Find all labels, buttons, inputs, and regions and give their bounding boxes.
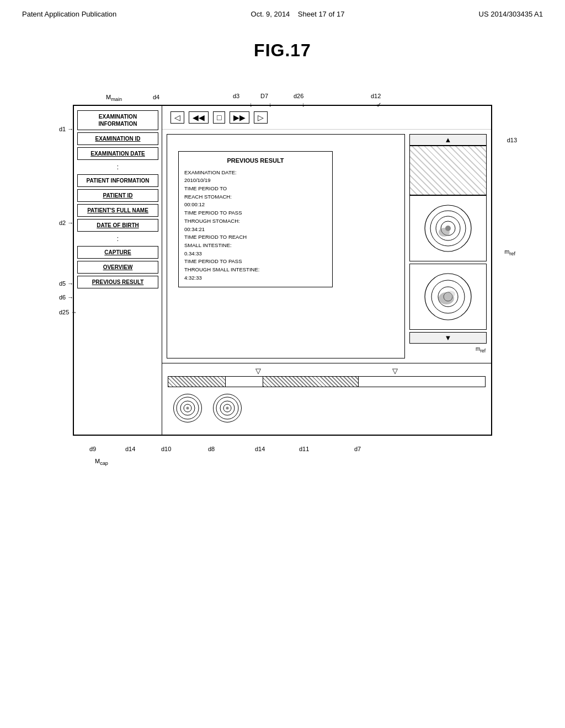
thumbnail-top-hatched: [409, 146, 487, 195]
sidebar-examination-date[interactable]: EXAMINATION DATE: [77, 147, 158, 160]
stop-button[interactable]: □: [213, 111, 225, 124]
capsule-thumb-1: [173, 394, 202, 422]
header-left: Patent Application Publication: [22, 10, 116, 18]
play-forward-button[interactable]: ▷: [254, 111, 268, 124]
label-d13: d13: [507, 137, 517, 143]
capsule-thumb-2: [213, 394, 242, 422]
fast-forward-button[interactable]: ▶▶: [230, 111, 249, 124]
label-d25: d25 →: [59, 309, 77, 315]
timeline-segment-white-1: [225, 377, 263, 387]
arrow-d12-down: ↙: [376, 101, 381, 108]
arrow-d26-down: ↓: [302, 101, 305, 108]
label-d10: d10: [161, 446, 171, 452]
sidebar-patient-id[interactable]: PATIENT ID: [77, 189, 158, 202]
label-d7: d7: [354, 446, 361, 452]
thumbnail-main-svg: [423, 204, 473, 253]
label-mref: mref: [409, 346, 487, 354]
sidebar-dots-1: :: [77, 162, 158, 172]
label-d12: d12: [371, 93, 381, 99]
capsule-thumb-1-svg: [175, 396, 200, 420]
sidebar-capture[interactable]: CAPTURE: [77, 246, 158, 259]
label-mref-outer: mref: [504, 248, 515, 256]
svg-point-26: [226, 407, 229, 410]
timeline-arrow-left: ▽: [255, 367, 261, 375]
timeline-segment-middle-hatched: [263, 377, 358, 387]
label-d9: d9: [89, 446, 96, 452]
rewind-button[interactable]: ◀◀: [189, 111, 209, 124]
timeline-arrow-right: ▽: [392, 367, 398, 375]
timeline-bar[interactable]: [168, 376, 486, 387]
sidebar-patient-info[interactable]: PATIENT INFORMATION: [77, 174, 158, 187]
thumbnail-second: [409, 264, 487, 330]
header-center-date: Oct. 9, 2014 Sheet 17 of 17: [251, 10, 345, 18]
sidebar-previous-result[interactable]: PREVIOUS RESULT: [77, 276, 158, 288]
sidebar-overview[interactable]: OVERVIEW: [77, 261, 158, 274]
diagram-container: Mmain d4 d3 D7 d26 d12 EXAMINATION INFOR…: [0, 77, 565, 507]
diagram-wrapper: Mmain d4 d3 D7 d26 d12 EXAMINATION INFOR…: [45, 77, 520, 507]
play-back-button[interactable]: ◁: [170, 111, 184, 124]
prev-result-content: EXAMINATION DATE: 2010/10/19 TIME PERIOD…: [184, 169, 327, 282]
timeline-segment-white-2: [358, 377, 485, 387]
page-header: Patent Application Publication Oct. 9, 2…: [0, 0, 565, 24]
svg-point-18: [446, 291, 455, 297]
main-content-area: ◁ ◀◀ □ ▶▶ ▷: [162, 106, 491, 435]
prev-result-title: PREVIOUS RESULT: [184, 156, 327, 165]
label-D7: D7: [260, 93, 268, 99]
timeline-segment-left-hatched: [168, 377, 225, 387]
scroll-up-arrow[interactable]: ▲: [409, 134, 487, 146]
main-ui-box: EXAMINATION INFORMATION EXAMINATION ID E…: [73, 105, 492, 436]
label-d6: d6 →: [59, 294, 73, 301]
label-d2: d2 →: [59, 220, 73, 226]
timeline-section: ▽ ▽: [162, 363, 491, 435]
figure-title: FIG.17: [0, 40, 565, 61]
timeline-arrows: ▽ ▽: [168, 367, 486, 375]
bottom-thumbnails: [168, 394, 486, 422]
label-d8: d8: [208, 446, 215, 452]
sidebar-date-of-birth[interactable]: DATE OF BIRTH: [77, 219, 158, 232]
left-sidebar: EXAMINATION INFORMATION EXAMINATION ID E…: [74, 106, 162, 435]
sidebar-examination-id[interactable]: EXAMINATION ID: [77, 132, 158, 145]
header-right: US 2014/303435 A1: [479, 10, 543, 18]
thumbnail-main: [409, 195, 487, 261]
arrow-d3-down: ↓: [249, 101, 253, 108]
previous-result-overlay: PREVIOUS RESULT EXAMINATION DATE: 2010/1…: [178, 151, 333, 287]
label-d14-right: d14: [255, 446, 265, 452]
sidebar-examination-info[interactable]: EXAMINATION INFORMATION: [77, 110, 158, 130]
sidebar-patient-fullname[interactable]: PATIENT'S FULL NAME: [77, 204, 158, 217]
label-d26: d26: [294, 93, 303, 99]
label-mmain: Mmain: [106, 94, 122, 102]
label-d5: d5 →: [59, 280, 73, 287]
arrow-D7-down: ↓: [269, 101, 272, 108]
label-d4: d4: [153, 94, 159, 100]
thumbnail-second-svg: [423, 272, 473, 322]
capsule-thumb-2-svg: [215, 396, 239, 420]
sidebar-dots-2: :: [77, 234, 158, 244]
label-d3: d3: [233, 93, 239, 99]
svg-point-22: [186, 407, 189, 410]
label-d1: d1 →: [59, 126, 73, 132]
playback-controls: ◁ ◀◀ □ ▶▶ ▷: [162, 106, 491, 130]
label-d11: d11: [299, 446, 309, 452]
label-d14-left: d14: [125, 446, 135, 452]
label-mcap: Mcap: [95, 458, 108, 466]
scroll-down-arrow[interactable]: ▼: [409, 332, 487, 344]
svg-point-12: [439, 228, 450, 237]
right-thumbnail-panel: ▲: [409, 134, 487, 358]
main-image-view: PREVIOUS RESULT EXAMINATION DATE: 2010/1…: [167, 134, 405, 358]
